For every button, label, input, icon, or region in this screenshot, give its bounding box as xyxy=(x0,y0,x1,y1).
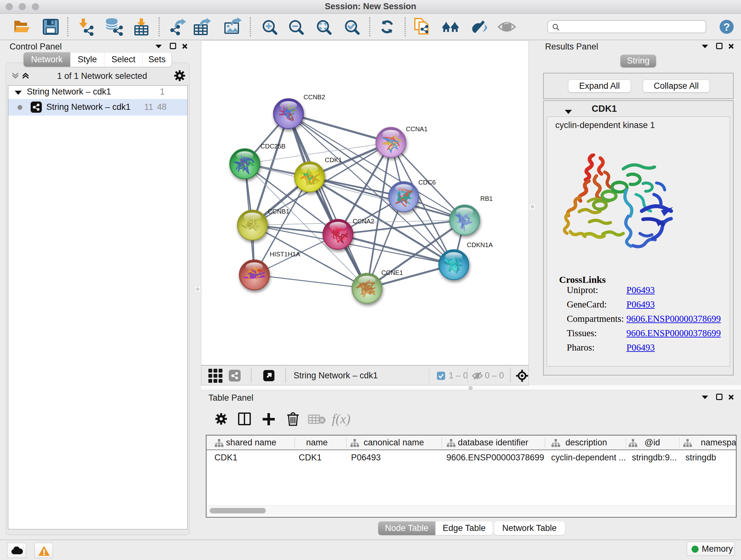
svg-text:CCNA1: CCNA1 xyxy=(406,125,428,132)
svg-text:CDC25B: CDC25B xyxy=(260,143,286,150)
svg-text:CCNA2: CCNA2 xyxy=(353,218,374,225)
svg-text:CDC6: CDC6 xyxy=(418,179,435,186)
svg-text:CDKN1A: CDKN1A xyxy=(467,241,493,248)
svg-text:RB1: RB1 xyxy=(480,195,493,202)
svg-text:CCNB1: CCNB1 xyxy=(268,208,289,215)
svg-text:CCNB2: CCNB2 xyxy=(304,94,325,101)
svg-text:CCNE1: CCNE1 xyxy=(381,269,403,276)
svg-text:CDK1: CDK1 xyxy=(325,157,342,164)
svg-text:HIST1H1A: HIST1H1A xyxy=(270,251,300,258)
